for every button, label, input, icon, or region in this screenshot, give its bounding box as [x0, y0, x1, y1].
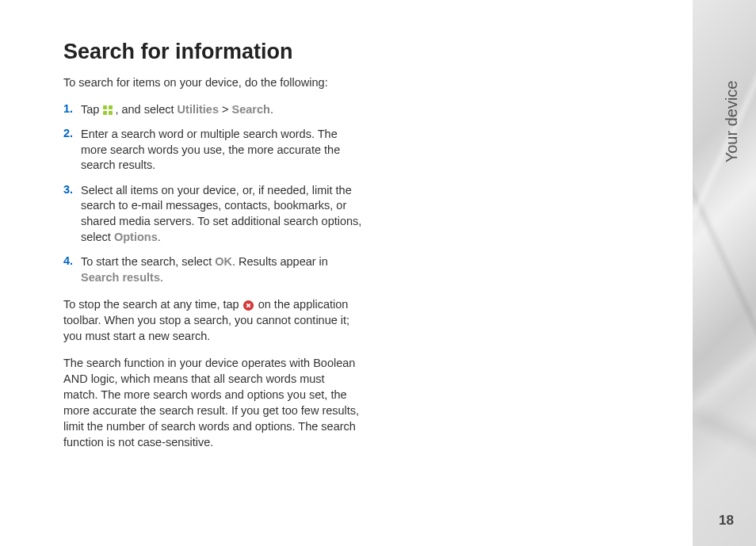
- menu-path-bold: Utilities: [178, 103, 219, 116]
- svg-rect-3: [109, 111, 113, 115]
- option-bold: Options: [114, 231, 158, 243]
- step-number: 3.: [63, 183, 81, 245]
- svg-rect-2: [103, 111, 107, 115]
- step-text: To start the search, select OK. Results …: [81, 254, 362, 285]
- step-item: 3. Select all items on your device, or, …: [63, 183, 362, 245]
- step-item: 1. Tap , and select Utilities > Search.: [63, 102, 362, 118]
- step-item: 2. Enter a search word or multiple searc…: [63, 127, 362, 174]
- paragraph: The search function in your device opera…: [63, 355, 362, 450]
- grid-apps-icon: [102, 105, 115, 116]
- document-page: Search for information To search for ite…: [0, 0, 756, 546]
- paragraph: To stop the search at any time, tap on t…: [63, 296, 362, 344]
- intro-text: To search for items on your device, do t…: [63, 75, 362, 91]
- step-text: Enter a search word or multiple search w…: [81, 127, 362, 174]
- step-number: 4.: [63, 254, 81, 285]
- menu-path-bold: Search: [232, 103, 270, 116]
- svg-rect-1: [109, 105, 113, 109]
- svg-rect-0: [103, 105, 107, 109]
- option-bold: OK: [215, 255, 232, 268]
- step-item: 4. To start the search, select OK. Resul…: [63, 254, 362, 285]
- spacer: [394, 0, 693, 546]
- content-column: Search for information To search for ite…: [0, 0, 394, 546]
- page-heading: Search for information: [63, 40, 362, 64]
- step-text: Tap , and select Utilities > Search.: [81, 102, 273, 118]
- stop-icon: [242, 300, 255, 311]
- side-tab: Your device 18: [693, 0, 756, 546]
- page-number: 18: [719, 513, 734, 529]
- section-label: Your device: [724, 81, 742, 163]
- step-text: Select all items on your device, or, if …: [81, 183, 362, 245]
- step-list: 1. Tap , and select Utilities > Search. …: [63, 102, 362, 286]
- step-number: 1.: [63, 102, 81, 118]
- step-number: 2.: [63, 127, 81, 174]
- option-bold: Search results: [81, 271, 160, 284]
